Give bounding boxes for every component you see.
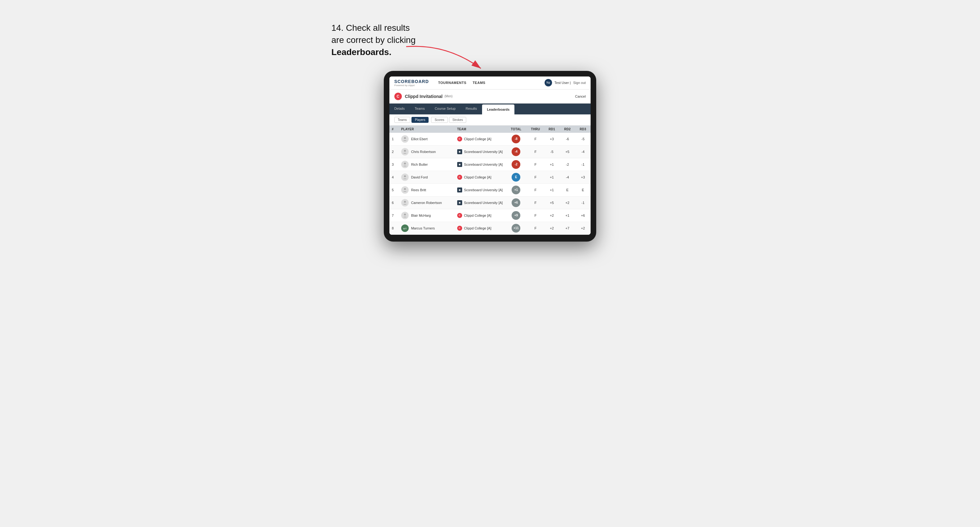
logo-subtext: Powered by clippd	[395, 84, 429, 87]
rd3-cell: +2	[575, 222, 590, 235]
table-row: 4David FordCClippd College [A]EF+1-4+3	[390, 171, 591, 183]
total-score-cell: +1	[505, 183, 527, 196]
total-score-cell: -4	[505, 145, 527, 158]
tab-leaderboards[interactable]: Leaderboards	[482, 105, 515, 114]
filter-players-button[interactable]: Players	[412, 117, 429, 123]
total-score-cell: +6	[505, 196, 527, 209]
player-cell: MTMarcus Turners	[399, 222, 455, 235]
col-rd3: RD3	[575, 125, 590, 133]
rd1-cell: +2	[544, 222, 560, 235]
tournament-header: C Clippd Invitational (Men) Cancel	[390, 89, 591, 103]
rd1-cell: +1	[544, 171, 560, 183]
player-cell: David Ford	[399, 171, 455, 183]
total-score-cell: +11	[505, 222, 527, 235]
logo-text: SCOREBOARD	[395, 79, 429, 84]
rd3-cell: +3	[575, 171, 590, 183]
tab-teams[interactable]: Teams	[410, 103, 430, 114]
rank-cell: 6	[390, 196, 399, 209]
player-cell: Rees Britt	[399, 183, 455, 196]
svg-point-6	[404, 201, 406, 203]
score-badge: +1	[512, 186, 520, 194]
rd3-cell: E	[575, 183, 590, 196]
team-logo: ▦	[457, 200, 462, 205]
player-avatar	[401, 161, 409, 168]
rank-cell: 5	[390, 183, 399, 196]
rd2-cell: +2	[560, 196, 575, 209]
rd3-cell: -1	[575, 196, 590, 209]
rank-cell: 4	[390, 171, 399, 183]
team-logo: ▦	[457, 149, 462, 154]
rd1-cell: +1	[544, 158, 560, 171]
signout-link[interactable]: Sign out	[573, 81, 585, 84]
cancel-button[interactable]: Cancel	[575, 95, 585, 98]
thru-cell: F	[527, 171, 544, 183]
rd2-cell: +1	[560, 209, 575, 222]
team-name: Scoreboard University [A]	[464, 163, 503, 166]
nav-teams[interactable]: TEAMS	[473, 79, 485, 86]
tab-course-setup[interactable]: Course Setup	[430, 103, 461, 114]
score-badge: -8	[512, 135, 520, 143]
table-row: 3Rich Butler▦Scoreboard University [A]-2…	[390, 158, 591, 171]
team-logo: C	[457, 213, 462, 218]
team-logo: ▦	[457, 162, 462, 167]
rd1-cell: -5	[544, 145, 560, 158]
tabs-bar: Details Teams Course Setup Results Leade…	[390, 103, 591, 114]
tournament-logo: C	[395, 93, 402, 100]
nav-tournaments[interactable]: TOURNAMENTS	[438, 79, 466, 86]
logo-area: SCOREBOARD Powered by clippd	[395, 79, 429, 87]
filter-teams-button[interactable]: Teams	[395, 117, 410, 123]
col-rd1: RD1	[544, 125, 560, 133]
svg-text:MT: MT	[403, 227, 407, 230]
tablet-screen: SCOREBOARD Powered by clippd TOURNAMENTS…	[390, 76, 591, 235]
navbar: SCOREBOARD Powered by clippd TOURNAMENTS…	[390, 76, 591, 89]
score-badge: +9	[512, 211, 520, 220]
team-cell: CClippd College [A]	[455, 209, 505, 222]
player-avatar	[401, 186, 409, 194]
player-avatar	[401, 148, 409, 156]
player-cell: Chris Robertson	[399, 145, 455, 158]
rd3-cell: -5	[575, 133, 590, 146]
tournament-title: Clippd Invitational	[405, 94, 442, 99]
team-name: Clippd College [A]	[464, 175, 492, 179]
col-player: PLAYER	[399, 125, 455, 133]
rd3-cell: -1	[575, 158, 590, 171]
table-row: 7Blair McHargCClippd College [A]+9F+2+1+…	[390, 209, 591, 222]
tab-results[interactable]: Results	[461, 103, 482, 114]
rd3-cell: +6	[575, 209, 590, 222]
player-cell: Elliot Ebert	[399, 133, 455, 146]
instruction-text: 14. Check all results are correct by cli…	[331, 22, 450, 59]
player-avatar	[401, 173, 409, 181]
total-score-cell: +9	[505, 209, 527, 222]
rd2-cell: -2	[560, 158, 575, 171]
score-badge: E	[512, 173, 520, 182]
rd1-cell: +5	[544, 196, 560, 209]
total-score-cell: -2	[505, 158, 527, 171]
player-name: Chris Robertson	[411, 150, 436, 154]
rd2-cell: +7	[560, 222, 575, 235]
score-badge: -4	[512, 148, 520, 156]
table-row: 1Elliot EbertCClippd College [A]-8F+3-6-…	[390, 133, 591, 146]
player-name: Rich Butler	[411, 163, 428, 166]
team-cell: ▦Scoreboard University [A]	[455, 196, 505, 209]
rank-cell: 8	[390, 222, 399, 235]
total-score-cell: E	[505, 171, 527, 183]
rd2-cell: -4	[560, 171, 575, 183]
tablet-device: SCOREBOARD Powered by clippd TOURNAMENTS…	[384, 71, 597, 241]
svg-point-2	[404, 150, 406, 152]
team-name: Scoreboard University [A]	[464, 188, 503, 192]
team-cell: CClippd College [A]	[455, 222, 505, 235]
team-logo: C	[457, 175, 462, 180]
filter-strokes-button[interactable]: Strokes	[449, 117, 466, 123]
score-badge: +6	[512, 198, 520, 207]
team-logo: ▦	[457, 187, 462, 192]
filter-scores-button[interactable]: Scores	[431, 117, 447, 123]
tab-details[interactable]: Details	[390, 103, 410, 114]
table-row: 6Cameron Robertson▦Scoreboard University…	[390, 196, 591, 209]
team-cell: ▦Scoreboard University [A]	[455, 158, 505, 171]
thru-cell: F	[527, 209, 544, 222]
score-badge: -2	[512, 160, 520, 169]
player-cell: Rich Butler	[399, 158, 455, 171]
team-cell: ▦Scoreboard University [A]	[455, 183, 505, 196]
col-thru: THRU	[527, 125, 544, 133]
team-name: Clippd College [A]	[464, 214, 492, 217]
